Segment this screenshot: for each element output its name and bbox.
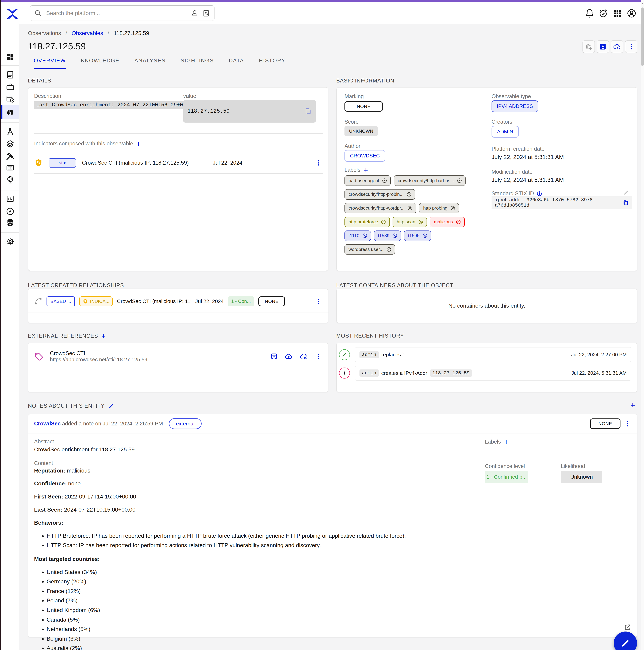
sidebar-item-cases[interactable] xyxy=(1,81,19,94)
search-input[interactable] xyxy=(45,9,188,17)
bulk-search-icon[interactable] xyxy=(202,9,210,17)
triggers-alarm-icon[interactable] xyxy=(598,8,608,18)
sidebar-item-data[interactable] xyxy=(1,216,19,229)
remove-label-icon[interactable] xyxy=(362,233,368,239)
edit-pen-icon[interactable] xyxy=(623,190,629,195)
sidebar-item-events[interactable] xyxy=(1,93,19,105)
history-value-chip: 118.27.125.59 xyxy=(430,369,472,376)
info-icon[interactable] xyxy=(536,191,542,196)
cloud-refresh-icon[interactable] xyxy=(300,352,308,361)
notifications-bell-icon[interactable] xyxy=(584,8,595,18)
open-in-browser-icon[interactable] xyxy=(270,352,278,360)
scrollbar-thumb[interactable] xyxy=(641,7,644,66)
indicator-row[interactable]: stix CrowdSec CTI (malicious IP: 118.27.… xyxy=(34,154,322,172)
add-note-button[interactable]: + xyxy=(631,401,635,409)
remove-label-icon[interactable] xyxy=(382,178,387,183)
enroll-organization-button[interactable] xyxy=(582,40,595,53)
account-icon[interactable] xyxy=(627,8,637,18)
add-indicator-button[interactable]: + xyxy=(137,140,141,147)
row-menu-icon[interactable] xyxy=(315,353,322,360)
creator-chip[interactable]: ADMIN xyxy=(492,126,519,138)
add-external-ref-button[interactable]: + xyxy=(101,333,106,340)
row-menu-icon[interactable] xyxy=(315,159,322,167)
remove-label-icon[interactable] xyxy=(386,247,392,252)
label-chip[interactable]: bad user agent xyxy=(344,175,391,186)
copy-icon[interactable] xyxy=(622,200,629,206)
value-label: value xyxy=(183,93,196,99)
breadcrumb-observables[interactable]: Observables xyxy=(72,30,103,36)
remove-label-icon[interactable] xyxy=(392,233,397,239)
label-chip[interactable]: crowdsecurity/http-probin... xyxy=(344,189,415,200)
label-chip[interactable]: http probing xyxy=(419,203,459,213)
tab-data[interactable]: DATA xyxy=(229,58,244,69)
history-action: creates a IPv4-Addr xyxy=(381,370,427,376)
note-marking-chip: NONE xyxy=(590,419,620,429)
remove-label-icon[interactable] xyxy=(418,219,424,225)
sidebar-item-home[interactable] xyxy=(1,51,19,64)
external-ref-row[interactable]: CrowdSec CTI https://app.crowdsec.net/ct… xyxy=(34,347,322,366)
layers-icon xyxy=(6,139,15,149)
tab-knowledge[interactable]: KNOWLEDGE xyxy=(81,58,119,69)
sidebar-item-techniques[interactable] xyxy=(1,150,19,163)
apps-grid-icon[interactable] xyxy=(612,8,622,18)
cloud-upload-icon[interactable] xyxy=(285,352,293,361)
more-actions-button[interactable] xyxy=(625,40,638,53)
bank-plus-icon xyxy=(585,43,593,50)
open-in-new-icon[interactable] xyxy=(624,624,631,631)
label-chip[interactable]: malicious xyxy=(430,217,465,227)
remove-label-icon[interactable] xyxy=(381,219,386,225)
label-chip[interactable]: http:bruteforce xyxy=(344,217,390,227)
breadcrumb-observations[interactable]: Observations xyxy=(28,30,61,36)
enrichment-button[interactable] xyxy=(611,40,623,53)
edit-notes-pen-icon[interactable] xyxy=(108,403,114,409)
entity-tabs: OVERVIEW KNOWLEDGE ANALYSES SIGHTINGS DA… xyxy=(34,58,286,69)
author-chip[interactable]: CROWDSEC xyxy=(344,150,385,161)
sidebar-item-arsenal[interactable] xyxy=(1,138,19,150)
scroll-up-arrow[interactable]: ▲ xyxy=(641,2,644,5)
tab-analyses[interactable]: ANALYSES xyxy=(134,58,165,69)
label-chip[interactable]: t1589 xyxy=(374,230,401,241)
scrollbar[interactable]: ▲ xyxy=(641,0,644,650)
advanced-search-icon[interactable] xyxy=(191,9,199,17)
remove-label-icon[interactable] xyxy=(456,178,462,183)
sidebar-item-threats[interactable] xyxy=(1,125,19,138)
label-chip[interactable]: crowdsecurity/http-bad-us... xyxy=(393,175,465,186)
sidebar-item-investigations[interactable] xyxy=(1,205,19,218)
sidebar-item-entities[interactable] xyxy=(1,162,19,174)
opencti-logo-icon[interactable] xyxy=(6,7,19,21)
note-author-link[interactable]: CrowdSec xyxy=(34,421,61,427)
note-menu-icon[interactable] xyxy=(624,420,631,428)
sidebar-item-dashboards[interactable] xyxy=(1,193,19,205)
tab-overview[interactable]: OVERVIEW xyxy=(34,58,66,69)
label-chip[interactable]: crowdsecurity/http-wordpr... xyxy=(344,203,416,213)
remove-label-icon[interactable] xyxy=(407,205,413,211)
remove-label-icon[interactable] xyxy=(422,233,428,239)
labels-list: bad user agent crowdsecurity/http-bad-us… xyxy=(344,175,483,255)
history-row[interactable]: admin creates a IPv4-Addr 118.27.125.59 … xyxy=(355,366,631,381)
marking-chip[interactable]: NONE xyxy=(344,101,383,112)
row-menu-icon[interactable] xyxy=(315,298,322,305)
tab-history[interactable]: HISTORY xyxy=(259,58,286,69)
label-chip[interactable]: http:scan xyxy=(392,217,427,227)
remove-label-icon[interactable] xyxy=(455,219,461,225)
remove-label-icon[interactable] xyxy=(406,191,412,197)
add-note-label-button[interactable]: + xyxy=(504,438,508,446)
sidebar-item-analyses[interactable] xyxy=(1,68,19,81)
relationship-row[interactable]: BASED ... INDICA... CrowdSec CTI (malici… xyxy=(34,292,322,311)
sidebar-item-locations[interactable] xyxy=(1,174,19,186)
history-row[interactable]: admin replaces ` Jul 22, 2024, 2:27:00 P… xyxy=(355,347,631,362)
label-chip[interactable]: t1595 xyxy=(404,230,431,241)
observable-type-chip[interactable]: IPV4 ADDRESS xyxy=(492,101,538,112)
platform-creation-date: July 22, 2024 at 5:31:31 AM xyxy=(492,154,564,160)
remove-label-icon[interactable] xyxy=(450,205,456,211)
copy-icon[interactable] xyxy=(304,108,311,115)
sidebar-item-observations[interactable] xyxy=(1,105,19,119)
label-chip[interactable]: t1110 xyxy=(344,230,371,241)
sidebar-item-settings[interactable] xyxy=(1,235,19,248)
details-section-label: DETAILS xyxy=(28,78,51,84)
tab-sightings[interactable]: SIGHTINGS xyxy=(181,58,214,69)
export-button[interactable] xyxy=(597,40,609,53)
label-chip[interactable]: wordpress user... xyxy=(344,244,395,255)
platform-search[interactable] xyxy=(30,5,215,21)
add-label-button[interactable]: + xyxy=(364,167,368,174)
